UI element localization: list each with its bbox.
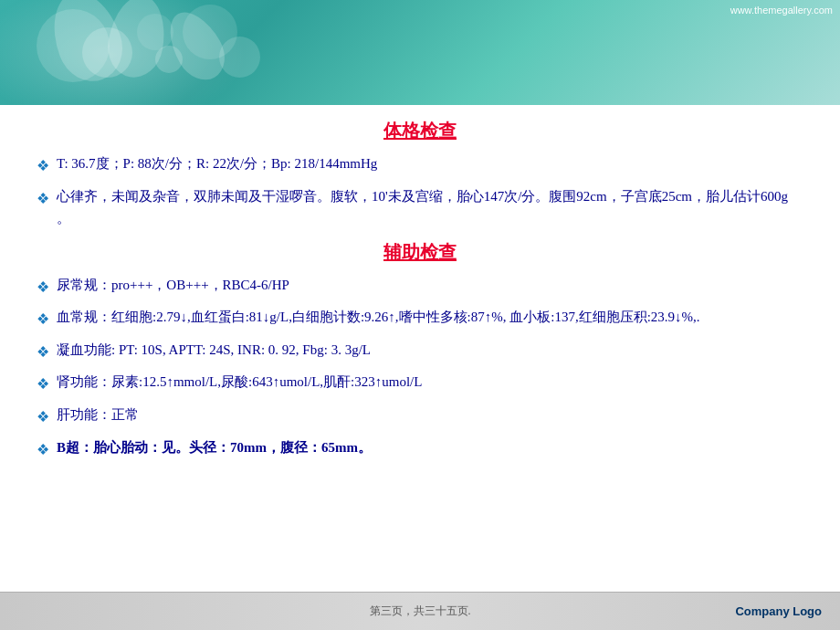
auxiliary-item-5: 肝功能：正常: [57, 404, 803, 425]
list-item: ❖ 肾功能：尿素:12.5↑mmol/L,尿酸:643↑umol/L,肌酐:32…: [37, 371, 803, 396]
auxiliary-item-3: 凝血功能: PT: 10S, APTT: 24S, INR: 0. 92, Fb…: [57, 339, 803, 361]
bullet-diamond-icon: ❖: [37, 154, 49, 178]
physical-item-1: T: 36.7度；P: 88次/分；R: 22次/分；Bp: 218/144mm…: [57, 152, 803, 174]
circle-deco-2: [82, 27, 132, 78]
auxiliary-item-6: B超：胎心胎动：见。头径：70mm，腹径：65mm。: [57, 436, 803, 458]
list-item: ❖ B超：胎心胎动：见。头径：70mm，腹径：65mm。: [37, 436, 803, 462]
bullet-diamond-icon: ❖: [37, 373, 49, 396]
page-info: 第三页，共三十五页.: [370, 604, 471, 619]
slide: www.themegallery.com 体格检查 ❖ T: 36.7度；P: …: [0, 0, 840, 630]
bullet-diamond-icon: ❖: [37, 438, 49, 462]
footer: 第三页，共三十五页. Company Logo: [0, 592, 840, 630]
main-content: 体格检查 ❖ T: 36.7度；P: 88次/分；R: 22次/分；Bp: 21…: [0, 105, 840, 592]
physical-item-2: 心律齐，未闻及杂音，双肺未闻及干湿啰音。腹软，10'未及宫缩，胎心147次/分。…: [57, 185, 803, 229]
circle-deco-4: [155, 46, 183, 73]
website-url: www.themegallery.com: [730, 5, 833, 16]
list-item: ❖ 心律齐，未闻及杂音，双肺未闻及干湿啰音。腹软，10'未及宫缩，胎心147次/…: [37, 185, 803, 229]
physical-exam-section: 体格检查 ❖ T: 36.7度；P: 88次/分；R: 22次/分；Bp: 21…: [37, 119, 803, 229]
list-item: ❖ 肝功能：正常: [37, 404, 803, 429]
bullet-diamond-icon: ❖: [37, 341, 49, 364]
list-item: ❖ 血常规：红细胞:2.79↓,血红蛋白:81↓g/L,白细胞计数:9.26↑,…: [37, 306, 803, 331]
list-item: ❖ T: 36.7度；P: 88次/分；R: 22次/分；Bp: 218/144…: [37, 152, 803, 178]
auxiliary-item-2: 血常规：红细胞:2.79↓,血红蛋白:81↓g/L,白细胞计数:9.26↑,嗜中…: [57, 306, 803, 328]
auxiliary-exam-title: 辅助检查: [37, 240, 803, 265]
auxiliary-exam-section: 辅助检查 ❖ 尿常规：pro+++，OB+++，RBC4-6/HP ❖ 血常规：…: [37, 240, 803, 462]
auxiliary-exam-list: ❖ 尿常规：pro+++，OB+++，RBC4-6/HP ❖ 血常规：红细胞:2…: [37, 274, 803, 462]
auxiliary-item-1: 尿常规：pro+++，OB+++，RBC4-6/HP: [57, 274, 803, 296]
bullet-diamond-icon: ❖: [37, 405, 49, 429]
physical-exam-list: ❖ T: 36.7度；P: 88次/分；R: 22次/分；Bp: 218/144…: [37, 152, 803, 229]
bullet-diamond-icon: ❖: [37, 308, 49, 331]
header-decoration: www.themegallery.com: [0, 0, 840, 105]
auxiliary-item-4: 肾功能：尿素:12.5↑mmol/L,尿酸:643↑umol/L,肌酐:323↑…: [57, 371, 803, 393]
company-logo: Company Logo: [735, 604, 822, 618]
bullet-diamond-icon: ❖: [37, 187, 49, 211]
bullet-diamond-icon: ❖: [37, 276, 49, 299]
physical-exam-title: 体格检查: [37, 119, 803, 143]
circle-deco-6: [219, 37, 260, 78]
list-item: ❖ 尿常规：pro+++，OB+++，RBC4-6/HP: [37, 274, 803, 299]
circle-deco-3: [137, 14, 173, 50]
list-item: ❖ 凝血功能: PT: 10S, APTT: 24S, INR: 0. 92, …: [37, 339, 803, 364]
